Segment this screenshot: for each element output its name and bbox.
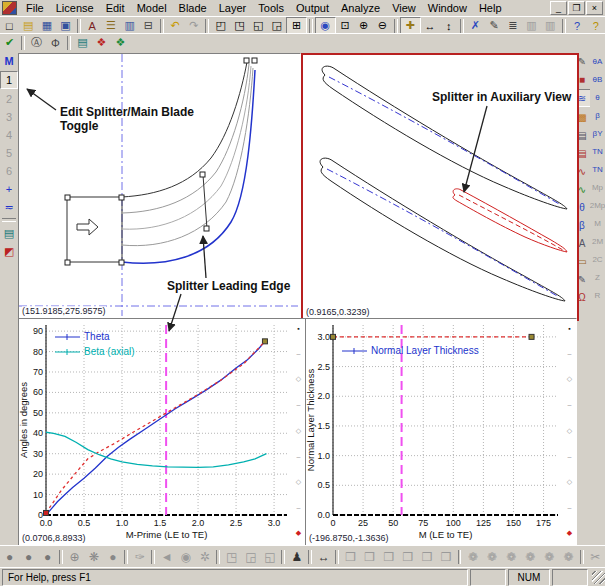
mesh-tool-3-button[interactable]: ❁ [502,548,521,566]
layer-1-button[interactable]: 1 [0,71,18,89]
meridional-canvas[interactable] [19,54,298,316]
main-blade-toggle-button[interactable]: M [1,53,17,69]
print-button[interactable]: ⊟ [139,18,158,34]
merge-layer-button[interactable]: ≂ [1,199,17,215]
units-balance-button[interactable]: Φ [46,35,65,51]
zoom-in-button[interactable]: ⊕ [354,18,373,34]
plot-tn-1-button[interactable]: TN [590,143,605,159]
surface-tool-1-button[interactable]: ❒ [341,548,360,566]
menu-output[interactable]: Output [290,1,335,15]
apply-changes-button[interactable]: ✔ [0,35,19,51]
add-layer-button[interactable]: + [1,181,17,197]
axis-box-x-button[interactable]: ◳ [222,548,241,566]
help-topics-button[interactable]: ? [586,18,605,34]
ink-tool-button[interactable]: ✑ [130,548,149,566]
main-blade-outline-1[interactable] [322,66,567,209]
orbit-view-button[interactable]: ◉ [176,548,195,566]
angles-chart-pane[interactable]: 0.00.51.01.52.02.53.00102030405060708090… [18,318,306,546]
mesh-tool-6-button[interactable]: ❁ [559,548,578,566]
layer-2-button[interactable]: 2 [1,91,17,107]
properties-button[interactable]: ▤ [73,35,92,51]
menu-view[interactable]: View [386,1,422,15]
surface-tool-6-button[interactable]: ❒ [437,548,456,566]
table-editor-button[interactable]: ▥ [120,18,139,34]
axis-box-y-button[interactable]: ◲ [241,548,260,566]
close-button[interactable]: × [586,1,603,15]
point-marker[interactable] [44,510,49,515]
save-all-button[interactable]: ▣ [56,18,75,34]
open-button[interactable]: ▤ [19,18,38,34]
angles-chart[interactable]: 0.00.51.01.52.02.53.00102030405060708090… [19,319,303,543]
layer-6-button[interactable]: 6 [1,163,17,179]
axis-box-z-button[interactable]: ◱ [260,548,279,566]
layer-curves[interactable] [122,62,255,263]
rotate-view-button[interactable]: ◄ [157,548,176,566]
stretch-vertical-button[interactable]: ↕ [439,18,458,34]
restore-button[interactable]: ❐ [568,1,585,15]
meridional-view-pane[interactable]: (151.9185,275.9575) [18,53,301,319]
save-button[interactable]: ▦ [37,18,56,34]
shade-mode-1-button[interactable]: ● [0,548,19,566]
mesh-tool-4-button[interactable]: ❁ [521,548,540,566]
series-ref-line[interactable] [46,341,265,513]
zoom-window-button[interactable]: ⊡ [336,18,355,34]
point-marker[interactable] [529,334,534,339]
menu-help[interactable]: Help [473,1,508,15]
axis-m-button[interactable]: M [590,215,605,231]
layer-display-button[interactable]: ◩ [1,243,17,259]
series-Beta (axial)[interactable] [46,432,266,467]
splitter-solid-toggle-button[interactable]: ❖ [111,35,130,51]
window-bottom-left-button[interactable]: ◱ [249,18,268,34]
window-top-left-button[interactable]: ◰ [211,18,230,34]
span-horizontal-button[interactable]: ↔ [314,548,333,566]
plot-beta-button[interactable]: β [590,107,605,123]
control-handles[interactable] [65,58,257,265]
minimize-button[interactable]: _ [550,1,567,15]
axis-mp-button[interactable]: Mp [590,179,605,195]
surface-tool-2-button[interactable]: ❒ [360,548,379,566]
point-marker[interactable] [262,339,267,344]
undo-button[interactable]: ↶ [166,18,185,34]
layer-properties-button[interactable]: ▤ [1,225,17,241]
stretch-horizontal-button[interactable]: ↔ [421,18,440,34]
plot-beta-y-button[interactable]: βY [590,125,605,141]
surface-tool-5-button[interactable]: ❒ [417,548,436,566]
mesh-tool-2-button[interactable]: ❁ [483,548,502,566]
pan-button[interactable]: ✚ [400,17,421,35]
zoom-out-button[interactable]: ⊖ [373,18,392,34]
blade-manager-button[interactable]: ☰ [102,18,121,34]
axis-2mp-button[interactable]: 2Mp [590,197,605,213]
axis-2m-button[interactable]: 2M [590,233,605,249]
series-Theta[interactable] [46,341,265,515]
plot-theta-a-button[interactable]: θA [590,53,605,69]
worksheet-2-button[interactable]: ▥ [541,18,560,34]
point-marker[interactable] [331,334,336,339]
sphere-solid-button[interactable]: ● [103,548,122,566]
menu-tools[interactable]: Tools [252,1,290,15]
menu-edit[interactable]: Edit [100,1,131,15]
menu-license[interactable]: License [50,1,100,15]
surface-tool-4-button[interactable]: ❒ [398,548,417,566]
layer-3-button[interactable]: 3 [1,109,17,125]
find-button[interactable]: A [83,18,102,34]
menu-blade[interactable]: Blade [173,1,213,15]
sphere-wire-button[interactable]: ⊕ [65,548,84,566]
cut-tool-button[interactable]: ✂ [586,548,605,566]
resize-grip[interactable] [592,571,605,584]
shade-mode-2-button[interactable]: ● [19,548,38,566]
surface-tool-3-button[interactable]: ❒ [379,548,398,566]
edit-point-button[interactable]: ✎ [485,18,504,34]
mesh-tool-1-button[interactable]: ❁ [463,548,482,566]
app-icon[interactable] [2,1,17,15]
spin-view-button[interactable]: ✲ [195,548,214,566]
auxiliary-view-pane[interactable]: (0.9165,0.3239) [301,53,579,321]
figure-view-button[interactable]: ♟ [287,548,306,566]
redo-button[interactable]: ↷ [185,18,204,34]
window-bottom-right-button[interactable]: ◲ [267,18,286,34]
layer-4-button[interactable]: 4 [1,127,17,143]
window-top-right-button[interactable]: ◳ [230,18,249,34]
fit-view-button[interactable]: ◉ [315,17,336,35]
thickness-chart-pane[interactable]: 02550751001251501750.00.51.01.52.02.53.0… [305,318,577,546]
blade-solid-toggle-button[interactable]: ❖ [92,35,111,51]
shade-mode-3-button[interactable]: ● [38,548,57,566]
